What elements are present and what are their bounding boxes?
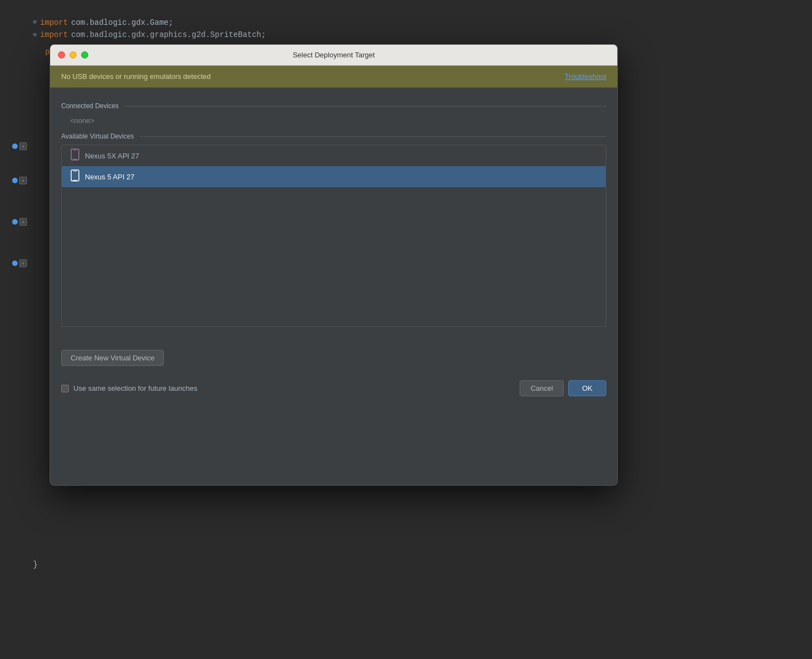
dialog-bottom: Use same selection for future launches C… xyxy=(50,375,617,407)
close-button[interactable] xyxy=(58,51,65,59)
dialog-title: Select Deployment Target xyxy=(293,51,375,59)
create-virtual-device-button[interactable]: Create New Virtual Device xyxy=(61,350,164,366)
same-selection-row: Use same selection for future launches xyxy=(61,384,197,392)
device-rows: Nexus 5X API 27 Nexus 5 API 27 xyxy=(62,145,606,187)
dialog-body: Connected Devices <none> Available Virtu… xyxy=(50,88,617,344)
no-connected-device: <none> xyxy=(61,114,606,127)
plus-btn-3[interactable]: + xyxy=(19,218,27,226)
phone-icon-1 xyxy=(71,148,79,163)
gutter-item-1: + xyxy=(12,142,27,150)
breakpoint-dot-1 xyxy=(12,144,18,149)
svg-rect-4 xyxy=(73,180,77,180)
device-item-nexus5x[interactable]: Nexus 5X API 27 xyxy=(62,145,606,166)
device-content-area: Nexus 5X API 27 Nexus 5 API 27 xyxy=(61,145,606,327)
virtual-devices-header: Available Virtual Devices xyxy=(61,132,606,140)
same-selection-label: Use same selection for future launches xyxy=(73,384,197,392)
code-keyword-2: import xyxy=(40,29,68,41)
action-buttons: Cancel OK xyxy=(520,380,606,396)
gutter-item-2: + xyxy=(12,177,27,184)
svg-rect-0 xyxy=(71,149,79,160)
minimize-button[interactable] xyxy=(70,51,77,59)
plus-btn-2[interactable]: + xyxy=(19,177,27,184)
same-selection-checkbox[interactable] xyxy=(61,385,69,392)
connected-devices-list: <none> xyxy=(61,114,606,127)
plus-btn-4[interactable]: + xyxy=(19,259,27,267)
ok-button[interactable]: OK xyxy=(568,380,606,396)
svg-rect-2 xyxy=(73,150,77,151)
phone-icon-2 xyxy=(71,169,79,184)
dialog-footer: Create New Virtual Device xyxy=(50,344,617,375)
warning-message: No USB devices or running emulators dete… xyxy=(61,72,211,81)
plus-btn-1[interactable]: + xyxy=(19,142,27,150)
code-keyword-1: import xyxy=(40,17,68,29)
breakpoint-dot-4 xyxy=(12,261,18,266)
title-bar: Select Deployment Target xyxy=(50,45,617,66)
connected-devices-label: Connected Devices xyxy=(61,102,124,110)
device-item-nexus5[interactable]: Nexus 5 API 27 xyxy=(62,166,606,187)
cancel-button[interactable]: Cancel xyxy=(520,380,564,396)
warning-banner: No USB devices or running emulators dete… xyxy=(50,66,617,88)
traffic-lights xyxy=(58,51,88,59)
virtual-devices-divider xyxy=(140,136,606,137)
svg-rect-3 xyxy=(71,170,79,181)
connected-devices-header: Connected Devices xyxy=(61,102,606,110)
connected-devices-divider xyxy=(124,106,606,107)
svg-rect-5 xyxy=(73,171,77,172)
breakpoint-dot-3 xyxy=(12,219,18,225)
maximize-button[interactable] xyxy=(81,51,88,59)
dialog: Select Deployment Target No USB devices … xyxy=(50,44,618,486)
gutter-item-4: + xyxy=(12,259,27,267)
gutter-item-3: + xyxy=(12,218,27,226)
troubleshoot-link[interactable]: Troubleshoot xyxy=(565,72,606,81)
svg-rect-1 xyxy=(73,159,77,160)
virtual-devices-label: Available Virtual Devices xyxy=(61,132,140,140)
device-name-nexus5: Nexus 5 API 27 xyxy=(85,173,135,181)
device-name-nexus5x: Nexus 5X API 27 xyxy=(85,152,139,160)
breakpoint-dot-2 xyxy=(12,178,18,183)
